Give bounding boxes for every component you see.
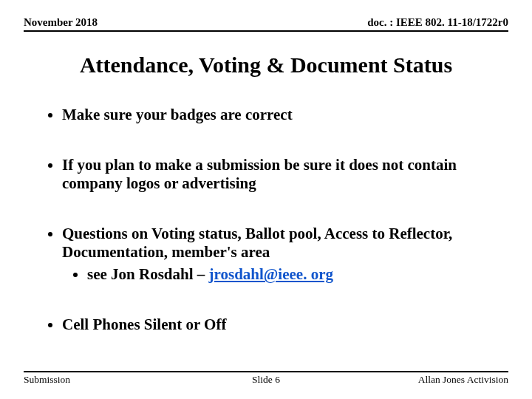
bullet-item: Cell Phones Silent or Off bbox=[62, 316, 508, 335]
bullet-item: Make sure your badges are correct bbox=[62, 106, 508, 125]
sub-bullet-item: see Jon Rosdahl – jrosdahl@ieee. org bbox=[87, 265, 508, 284]
bullet-item: Questions on Voting status, Ballot pool,… bbox=[62, 225, 508, 284]
sub-bullet-list: see Jon Rosdahl – jrosdahl@ieee. org bbox=[62, 265, 508, 284]
footer-left: Submission bbox=[24, 374, 70, 386]
bullet-text: Questions on Voting status, Ballot pool,… bbox=[62, 225, 452, 262]
header-date: November 2018 bbox=[24, 16, 98, 29]
footer-bar: Submission Slide 6 Allan Jones Activisio… bbox=[24, 371, 508, 386]
header-doc-id: doc. : IEEE 802. 11-18/1722r0 bbox=[367, 16, 508, 29]
slide: November 2018 doc. : IEEE 802. 11-18/172… bbox=[0, 0, 532, 399]
footer-author: Allan Jones Activision bbox=[418, 374, 508, 386]
sub-bullet-prefix: see Jon Rosdahl – bbox=[87, 265, 209, 283]
contact-email-link[interactable]: jrosdahl@ieee. org bbox=[209, 265, 333, 283]
slide-title: Attendance, Voting & Document Status bbox=[24, 52, 508, 78]
footer-slide-number: Slide 6 bbox=[252, 374, 280, 386]
header-bar: November 2018 doc. : IEEE 802. 11-18/172… bbox=[24, 16, 508, 32]
bullet-list: Make sure your badges are correct If you… bbox=[24, 106, 508, 334]
bullet-item: If you plan to make a submission be sure… bbox=[62, 156, 508, 194]
